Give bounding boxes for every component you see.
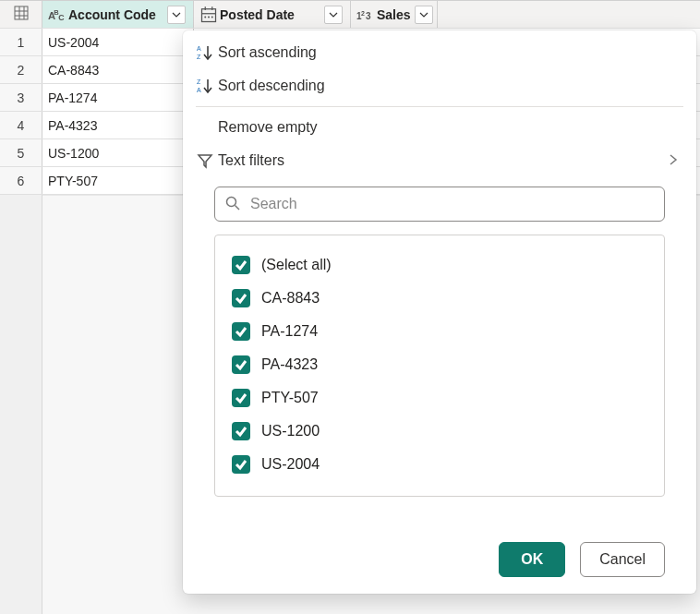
column-header-account-code[interactable]: ABC Account Code	[42, 1, 194, 28]
filter-value-label: US-2004	[261, 456, 320, 473]
table-icon	[14, 6, 29, 23]
cell-account-code[interactable]: CA-8843	[42, 56, 194, 83]
filter-value-label: PA-1274	[261, 323, 318, 340]
cancel-button[interactable]: Cancel	[580, 542, 665, 577]
svg-line-25	[235, 205, 240, 210]
search-box[interactable]	[214, 187, 665, 222]
menu-label: Remove empty	[218, 119, 680, 136]
filter-value-label: US-1200	[261, 423, 320, 439]
date-type-icon	[199, 6, 218, 24]
chevron-right-icon	[667, 153, 680, 169]
menu-label: Sort descending	[218, 78, 680, 94]
chevron-down-icon	[172, 10, 181, 19]
sort-asc-icon: AZ	[192, 43, 218, 62]
svg-point-14	[211, 16, 213, 18]
chevron-down-icon	[419, 10, 428, 19]
checkbox-checked-icon[interactable]	[232, 389, 250, 407]
checkbox-checked-icon[interactable]	[232, 422, 250, 440]
filter-value-label: PA-4323	[261, 356, 318, 373]
filter-value-item[interactable]: US-1200	[232, 415, 647, 448]
row-number: 6	[0, 167, 42, 194]
checkbox-checked-icon[interactable]	[232, 322, 250, 341]
chevron-down-icon	[329, 10, 338, 19]
filter-value-item[interactable]: PA-4323	[232, 348, 647, 381]
filter-value-label: (Select all)	[261, 257, 332, 273]
column-header-sales[interactable]: 123 Sales	[351, 1, 438, 28]
row-number: 1	[0, 29, 42, 55]
checkbox-checked-icon[interactable]	[232, 455, 250, 474]
search-container	[183, 177, 696, 229]
text-type-icon: ABC	[48, 6, 66, 24]
cell-account-code[interactable]: US-2004	[42, 29, 194, 55]
sort-descending-item[interactable]: ZA Sort descending	[183, 69, 696, 102]
cell-account-code[interactable]: PA-4323	[42, 112, 194, 138]
cell-account-code[interactable]: US-1200	[42, 139, 194, 166]
row-gutter-bg	[0, 195, 42, 614]
filter-icon	[192, 151, 218, 170]
svg-point-24	[227, 197, 236, 206]
menu-label: Text filters	[218, 152, 667, 169]
table-corner[interactable]	[0, 1, 42, 28]
filter-value-label: PTY-507	[261, 390, 319, 406]
cell-account-code[interactable]: PA-1274	[42, 84, 194, 111]
svg-text:2: 2	[361, 10, 365, 17]
svg-rect-0	[15, 6, 28, 19]
search-input[interactable]	[248, 195, 655, 213]
remove-empty-item[interactable]: Remove empty	[183, 111, 696, 144]
checkbox-checked-icon[interactable]	[232, 256, 250, 274]
column-label: Sales	[377, 7, 411, 22]
checkbox-checked-icon[interactable]	[232, 289, 250, 307]
svg-text:A: A	[197, 87, 201, 93]
ok-button[interactable]: OK	[499, 542, 565, 577]
row-number: 4	[0, 112, 42, 138]
column-label: Posted Date	[220, 7, 320, 22]
filter-dropdown-button[interactable]	[415, 6, 433, 24]
filter-value-label: CA-8843	[261, 290, 320, 307]
svg-point-13	[208, 16, 210, 18]
filter-value-item[interactable]: PTY-507	[232, 381, 647, 415]
checkbox-checked-icon[interactable]	[232, 355, 250, 374]
sort-ascending-item[interactable]: AZ Sort ascending	[183, 36, 696, 69]
column-label: Account Code	[68, 7, 163, 22]
filter-dropdown-button[interactable]	[167, 6, 186, 24]
svg-text:A: A	[197, 45, 201, 52]
svg-text:C: C	[58, 13, 65, 22]
svg-text:Z: Z	[197, 78, 201, 85]
svg-text:Z: Z	[197, 54, 201, 60]
number-type-icon: 123	[356, 8, 375, 21]
svg-text:3: 3	[366, 11, 371, 21]
filter-value-item[interactable]: PA-1274	[232, 315, 647, 348]
column-filter-panel: AZ Sort ascending ZA Sort descending Rem…	[183, 30, 696, 594]
filter-value-item[interactable]: (Select all)	[232, 248, 647, 282]
svg-point-12	[204, 16, 206, 18]
sort-desc-icon: ZA	[192, 77, 218, 95]
column-header-posted-date[interactable]: Posted Date	[194, 1, 351, 28]
row-number: 5	[0, 139, 42, 166]
filter-value-item[interactable]: US-2004	[232, 448, 647, 481]
filter-value-item[interactable]: CA-8843	[232, 282, 647, 315]
menu-label: Sort ascending	[218, 44, 680, 61]
cell-account-code[interactable]: PTY-507	[42, 167, 194, 194]
menu-separator	[196, 106, 683, 107]
filter-values-list[interactable]: (Select all) CA-8843 PA-1274 PA-4323 PTY…	[214, 235, 665, 497]
search-icon	[224, 195, 241, 214]
filter-dropdown-button[interactable]	[324, 6, 343, 24]
header-row: ABC Account Code Posted Date 123 Sales	[0, 1, 700, 29]
dialog-buttons: OK Cancel	[499, 542, 665, 577]
row-number: 3	[0, 84, 42, 111]
svg-rect-8	[202, 8, 216, 21]
row-number: 2	[0, 56, 42, 83]
text-filters-item[interactable]: Text filters	[183, 144, 696, 177]
